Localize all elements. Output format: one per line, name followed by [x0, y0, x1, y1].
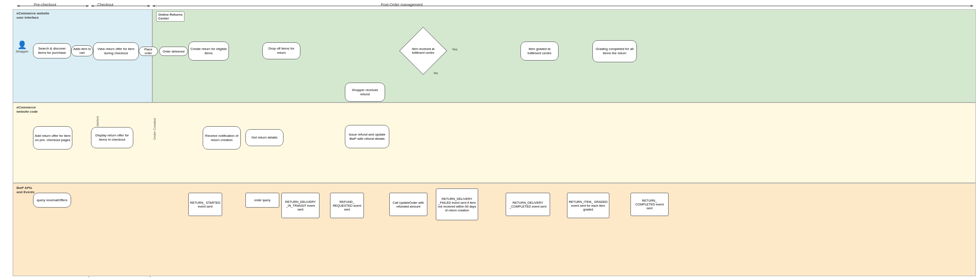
return-delivery-failed-box: RETURN_DELIVERY _FAILED event sent if it… [436, 189, 478, 220]
no-label: No [434, 71, 438, 75]
ecom-ui-label: eCommerce websiteuser interface [17, 11, 49, 19]
online-returns-label: Online ReturnsCenter [156, 11, 184, 22]
order-created-label: Order Created [153, 118, 157, 140]
bwp-label: BwP APIsand Events [17, 186, 35, 194]
shopper-label: Shopper [14, 50, 30, 53]
ecom-code-lane: eCommercewebsite code [13, 103, 976, 183]
ecom-code-label: eCommercewebsite code [17, 105, 38, 114]
return-started-box: RETURN_ STARTED event sent [188, 193, 222, 216]
item-received-diamond-container: Item received at fulfilment centre [398, 34, 449, 68]
yes-label: Yes [452, 47, 457, 51]
adds-to-cart-box: Adds item to cart [71, 45, 93, 56]
return-delivery-transit-box: RETURN_DELIVERY _IN_TRANSIT event sent [281, 193, 319, 218]
drop-off-box: Drop off items for return [262, 42, 300, 59]
grading-completed-box: Grading completed for all items the retu… [592, 40, 637, 62]
shopper-refund-box: Shopper receives refund [345, 83, 385, 102]
bwp-lane: BwP APIsand Events [13, 183, 976, 276]
refund-requested-box: REFUND_ REQUESTED event sent [330, 193, 364, 218]
display-return-offer-box: Display return offer for items in checko… [91, 127, 133, 148]
add-return-offer-box: Add return offer for item on pre- checko… [33, 126, 72, 150]
order-delivered-box: Order delivered [159, 47, 188, 56]
item-received-text: Item received at fulfilment centre [407, 47, 439, 55]
item-graded-box: Item graded at fulfilment centre [520, 42, 559, 61]
call-update-order-box: Call UpdateOrder with refunded amount [389, 193, 427, 216]
view-return-offer-box: View return offer for item during checko… [93, 42, 139, 60]
query-reversal-box: query reversalOffers [33, 193, 71, 208]
return-item-graded-box: RETURN_ITEM_ GRADED event sent for each … [567, 193, 609, 218]
postorder-label: Post-Order management [381, 3, 423, 7]
get-return-details-box: Get return details [245, 129, 284, 146]
place-order-box: Place order [139, 47, 158, 56]
return-completed-box: RETURN_ COMPLETED event sent [630, 193, 669, 216]
order-query-box: order query [245, 193, 279, 208]
issue-refund-box: Issue refund and update BwP with refund … [345, 125, 389, 148]
create-return-box: Create return for eligible items [188, 42, 229, 61]
shopper-icon: 👤 Shopper [14, 40, 30, 53]
checkout-label: Checkout [97, 3, 113, 7]
return-delivery-completed-box: RETURN_DELIVERY _COMPLETED event sent [506, 193, 550, 216]
receive-notification-box: Receive notification of return creation [203, 126, 241, 150]
search-discover-box: Search & discover items for purchase [33, 43, 71, 58]
diagram-container: Pre-checkout Checkout Post-Order managem… [0, 0, 980, 280]
precheckout-label: Pre-checkout [34, 3, 56, 7]
